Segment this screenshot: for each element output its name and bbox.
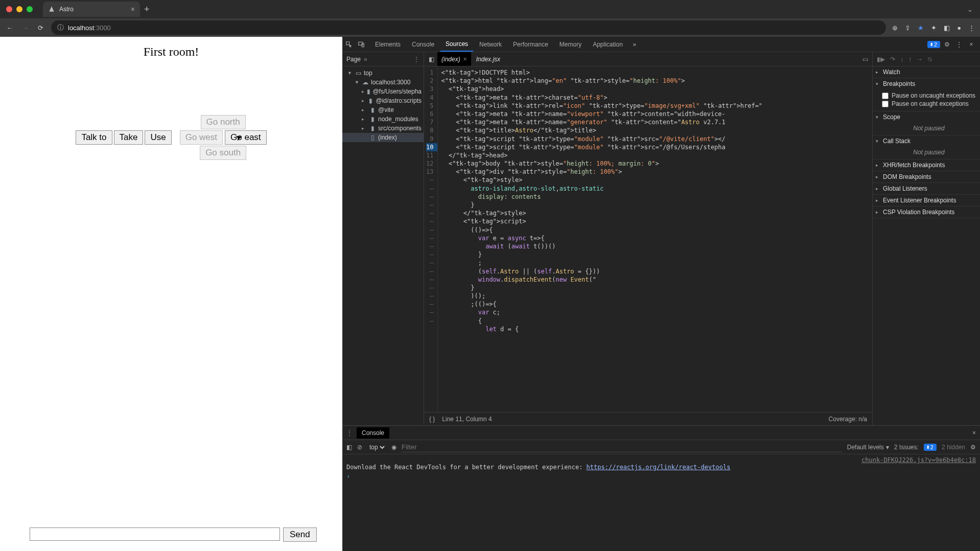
reload-button[interactable]: ⟳ [36, 24, 45, 32]
step-out-icon[interactable]: ↑ [908, 56, 912, 63]
pretty-print-icon[interactable]: { } [429, 416, 435, 423]
tree-file-index[interactable]: (index) [378, 134, 397, 141]
resume-icon[interactable]: ▮▶ [877, 56, 885, 63]
close-window-button[interactable] [6, 6, 12, 12]
go-west-button[interactable]: Go west [180, 130, 223, 145]
console-settings-icon[interactable]: ⚙ [970, 444, 976, 451]
tabs-menu-button[interactable]: ⌄ [967, 6, 973, 13]
console-sidebar-icon[interactable]: ◧ [346, 444, 352, 451]
direction-pad: Go north Go west Go east Go south [180, 115, 267, 160]
issues-badge[interactable]: 2 [927, 41, 940, 48]
pause-uncaught-checkbox[interactable]: Pause on uncaught exceptions [882, 91, 976, 100]
share-icon[interactable]: ⇪ [905, 24, 911, 32]
minimize-window-button[interactable] [16, 6, 22, 12]
console-issues-badge[interactable]: 2 [924, 444, 937, 451]
csp-bp-section[interactable]: ▸CSP Violation Breakpoints [873, 206, 980, 218]
pause-caught-checkbox[interactable]: Pause on caught exceptions [882, 100, 976, 108]
tab-sources[interactable]: Sources [440, 37, 473, 52]
editor-tab-indexjsx[interactable]: Index.jsx [472, 52, 504, 66]
file-tree[interactable]: ▼▭top ▼☁localhost:3000 ▸▮@fs/Users/steph… [342, 66, 424, 425]
device-toolbar-icon[interactable] [358, 41, 369, 48]
go-south-button[interactable]: Go south [200, 146, 246, 160]
close-drawer-icon[interactable]: × [972, 429, 976, 437]
zoom-icon[interactable]: ⊕ [892, 24, 898, 32]
xhr-breakpoints-section[interactable]: ▸XHR/fetch Breakpoints [873, 159, 980, 171]
drawer-more-icon[interactable]: ⋮ [346, 429, 353, 437]
scope-not-paused: Not paused [873, 123, 980, 135]
dom-breakpoints-section[interactable]: ▸DOM Breakpoints [873, 171, 980, 182]
tab-console[interactable]: Console [407, 37, 439, 52]
more-icon[interactable]: ⋮ [953, 41, 965, 48]
close-editor-tab-icon[interactable]: × [463, 56, 467, 63]
log-link[interactable]: https://reactjs.org/link/react-devtools [587, 464, 731, 471]
callstack-section[interactable]: ▾Call Stack [873, 135, 980, 147]
go-east-button[interactable]: Go east [225, 130, 267, 145]
new-tab-button[interactable]: + [144, 4, 150, 15]
navigator-tab-page[interactable]: Page [346, 56, 361, 63]
command-input[interactable] [30, 527, 280, 541]
console-filter-input[interactable] [402, 442, 842, 452]
omnibox[interactable]: ⓘ localhost:3000 [51, 20, 886, 35]
talk-to-button[interactable]: Talk to [76, 130, 112, 145]
go-north-button[interactable]: Go north [201, 115, 246, 129]
cursor-position: Line 11, Column 4 [442, 416, 492, 423]
extensions-icon[interactable]: ✦ [931, 24, 937, 32]
menu-icon[interactable]: ⋮ [968, 24, 975, 32]
scope-section[interactable]: ▾Scope [873, 111, 980, 123]
editor-tab-index[interactable]: (index)× [437, 52, 471, 66]
tab-application[interactable]: Application [588, 37, 628, 52]
source-editor: ◧ (index)× Index.jsx ▭ 12345678910111213… [424, 52, 873, 425]
action-buttons: Talk to Take Use [76, 130, 171, 145]
toggle-navigator-icon[interactable]: ◧ [426, 56, 436, 63]
close-tab-button[interactable]: × [131, 5, 135, 13]
close-devtools-icon[interactable]: × [966, 41, 977, 48]
bookmark-icon[interactable]: ★ [918, 24, 924, 32]
navigator-more-icon[interactable]: ⋮ [413, 56, 419, 63]
clear-console-icon[interactable]: ⊘ [357, 444, 362, 451]
site-info-icon[interactable]: ⓘ [57, 23, 64, 32]
log-source-ref[interactable]: chunk-DFKQJ226.js?v=9e6b4e8c:18 [346, 456, 976, 464]
maximize-window-button[interactable] [27, 6, 33, 12]
step-over-icon[interactable]: ↷ [890, 56, 895, 63]
console-prompt[interactable]: › [346, 473, 976, 480]
take-button[interactable]: Take [114, 130, 144, 145]
editor-more-icon[interactable]: ▭ [860, 56, 870, 63]
tab-memory[interactable]: Memory [554, 37, 587, 52]
log-levels-selector[interactable]: Default levels ▾ [847, 444, 889, 451]
tree-folder[interactable]: @fs/Users/stepha [372, 88, 422, 95]
watch-section[interactable]: ▸Watch [873, 66, 980, 78]
send-button[interactable]: Send [283, 527, 317, 542]
browser-tab[interactable]: Astro × [43, 2, 140, 17]
sidepanel-icon[interactable]: ◧ [944, 24, 950, 32]
tabs-overflow-icon[interactable]: » [629, 41, 640, 48]
event-listener-bp-section[interactable]: ▸Event Listener Breakpoints [873, 195, 980, 206]
drawer-tab-console[interactable]: Console [357, 427, 389, 439]
context-selector[interactable]: top [367, 443, 386, 451]
tab-elements[interactable]: Elements [370, 37, 406, 52]
step-icon[interactable]: → [917, 56, 923, 63]
global-listeners-section[interactable]: ▸Global Listeners [873, 183, 980, 194]
tree-folder[interactable]: @id/astro:scripts [376, 97, 422, 104]
settings-icon[interactable]: ⚙ [941, 41, 952, 48]
line-gutter[interactable]: 12345678910111213–––––––––––––––––– [424, 66, 438, 412]
inspect-element-icon[interactable] [345, 41, 357, 48]
tree-folder[interactable]: @vite [378, 106, 394, 113]
navigator-overflow-icon[interactable]: » [364, 56, 367, 63]
breakpoints-section[interactable]: ▾Breakpoints [873, 78, 980, 89]
deactivate-bp-icon[interactable]: ⦰ [928, 56, 932, 63]
step-into-icon[interactable]: ↓ [900, 56, 903, 63]
tree-folder[interactable]: src/components [378, 125, 422, 132]
favicon-icon [48, 6, 55, 13]
code-area[interactable]: <"tk-tag">!DOCTYPE html><"tk-tag">html "… [438, 66, 872, 412]
tab-network[interactable]: Network [474, 37, 507, 52]
live-expression-icon[interactable]: ◉ [391, 444, 396, 451]
tree-top[interactable]: top [364, 70, 372, 77]
forward-button[interactable]: → [20, 24, 30, 32]
tree-folder[interactable]: node_modules [378, 116, 418, 123]
tree-host[interactable]: localhost:3000 [371, 79, 410, 86]
profile-icon[interactable]: ● [957, 24, 961, 32]
back-button[interactable]: ← [5, 24, 14, 32]
console-log[interactable]: chunk-DFKQJ226.js?v=9e6b4e8c:18 Download… [342, 454, 980, 551]
tab-performance[interactable]: Performance [508, 37, 553, 52]
use-button[interactable]: Use [145, 130, 171, 145]
